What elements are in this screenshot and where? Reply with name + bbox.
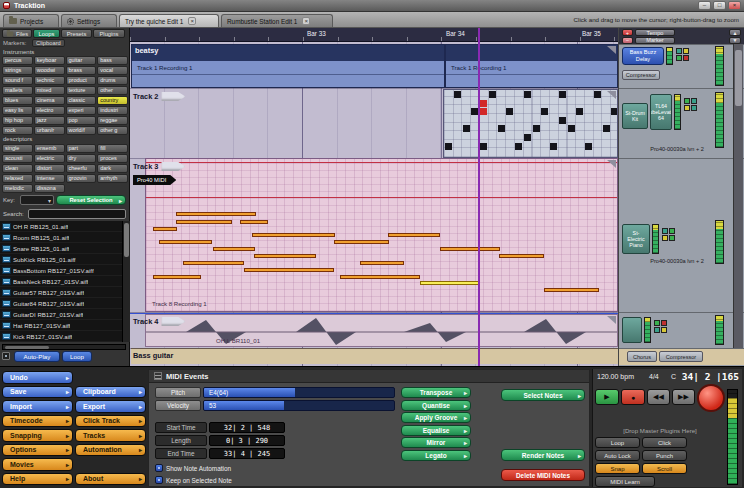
filter-tag-urban-r[interactable]: urban/r	[34, 126, 65, 135]
action-about[interactable]: About	[75, 473, 146, 486]
audio-clip[interactable]: Track 1 Recording 1	[445, 44, 618, 88]
midi-device-tag[interactable]: Pro40 MIDI	[133, 175, 176, 185]
filter-tag-proces[interactable]: proces	[97, 154, 128, 163]
filter-tag-texture[interactable]: texture	[66, 86, 97, 95]
forward-button[interactable]: ▶▶	[672, 389, 695, 405]
midi-note[interactable]	[499, 254, 544, 258]
plugin-st-drum-kit[interactable]: St-Drum Kit	[622, 103, 648, 129]
midi-note[interactable]	[254, 254, 316, 258]
close-button[interactable]: ×	[728, 1, 741, 10]
legato-button[interactable]: Legato	[401, 450, 471, 461]
filter-tag-mallets[interactable]: mallets	[2, 86, 33, 95]
file-item-oh-r-rb125-01-aiff[interactable]: OH R RB125_01.aiff	[0, 221, 122, 232]
audio-clip[interactable]: Track 1 Recording 1	[131, 44, 445, 88]
mirror-button[interactable]: Mirror	[401, 437, 471, 448]
filter-tag-rock[interactable]: rock	[2, 126, 33, 135]
filter-tag-strings[interactable]: strings	[2, 66, 33, 75]
midi-note[interactable]	[544, 288, 599, 292]
panel-scrollbar[interactable]	[733, 44, 743, 348]
action-timecode[interactable]: Timecode	[2, 415, 73, 428]
clip-fold-icon[interactable]	[607, 46, 616, 54]
punch-button[interactable]: Punch	[642, 450, 687, 461]
action-snapping[interactable]: Snapping	[2, 429, 73, 442]
clipboard-button[interactable]: Clipboard	[32, 39, 65, 47]
filter-tag-other-g[interactable]: other g	[97, 126, 128, 135]
filter-tag-brass[interactable]: brass	[66, 66, 97, 75]
snap-button[interactable]: Snap	[595, 463, 640, 474]
filter-tag-classic[interactable]: classic	[66, 96, 97, 105]
filter-tag-arrhyth[interactable]: arrhyth	[97, 174, 128, 183]
file-item-guitardi-rb127-01sv-aiff[interactable]: GuitarDI RB127_01SV.aiff	[0, 309, 122, 320]
plugin-compressor[interactable]: Compressor	[622, 70, 660, 80]
filter-tag-electric[interactable]: electric	[34, 154, 65, 163]
file-list-scrollbar[interactable]	[122, 221, 130, 342]
midi-note[interactable]	[388, 233, 440, 237]
scroll-down-icon[interactable]: ▼	[729, 37, 741, 44]
midi-note[interactable]	[159, 240, 213, 244]
maximize-button[interactable]: □	[713, 1, 726, 10]
plugin-st-electric-piano[interactable]: St-Electric Piano	[622, 224, 650, 254]
track-name-beatsy[interactable]: beatsy	[135, 46, 158, 55]
midi-note[interactable]	[240, 220, 268, 224]
clip-fold-icon[interactable]	[607, 91, 616, 99]
filter-tag-distort[interactable]: distort	[34, 164, 65, 173]
add-button[interactable]: +	[622, 29, 633, 36]
file-item-hat-rb127-01sv-aiff[interactable]: Hat RB127_01SV.aiff	[0, 320, 122, 331]
timeline-ruler[interactable]: Bar 33 Bar 34 Bar 35	[130, 28, 618, 42]
drum-cell[interactable]	[576, 108, 583, 115]
filter-tag-country[interactable]: country	[97, 96, 128, 105]
drum-cell-selected[interactable]	[480, 108, 487, 115]
drum-cell[interactable]	[559, 117, 566, 124]
drum-cell[interactable]	[445, 143, 452, 150]
key-display[interactable]: C	[671, 373, 676, 380]
reset-selection-button[interactable]: Reset Selection	[56, 195, 126, 205]
track-name-bass[interactable]: Bass guitar	[133, 351, 173, 360]
track-name-track3[interactable]: Track 3	[133, 162, 185, 171]
drum-cell-selected[interactable]	[480, 100, 487, 107]
drum-cell[interactable]	[559, 91, 566, 98]
equalise-button[interactable]: Equalise	[401, 425, 471, 436]
select-notes-button[interactable]: Select Notes	[501, 389, 585, 401]
tab-projects[interactable]: Projects	[3, 14, 59, 27]
filter-tag-keyboar[interactable]: keyboar	[34, 56, 65, 65]
filter-tag-drums[interactable]: drums	[97, 76, 128, 85]
filter-tag-product[interactable]: product	[66, 76, 97, 85]
browser-tab-loops[interactable]: Loops	[33, 29, 60, 38]
drum-cell[interactable]	[498, 125, 505, 132]
file-item-bassneck-rb127-01sv-aiff[interactable]: BassNeck RB127_01SV.aiff	[0, 276, 122, 287]
delete-midi-notes-button[interactable]: Delete MIDI Notes	[501, 469, 585, 481]
remove-button[interactable]: −	[622, 37, 633, 44]
filter-tag-dry[interactable]: dry	[66, 154, 97, 163]
file-item-guitar84-rb127-01sv-aiff[interactable]: Guitar84 RB127_01SV.aiff	[0, 298, 122, 309]
filter-tag-guitar[interactable]: guitar	[66, 56, 97, 65]
filter-tag-other[interactable]: other	[97, 86, 128, 95]
midi-note-selected[interactable]	[420, 281, 479, 285]
scrollbar-thumb[interactable]	[5, 346, 49, 349]
filter-tag-clean[interactable]: clean	[2, 164, 33, 173]
click-button[interactable]: Click	[642, 437, 687, 448]
drum-cell[interactable]	[550, 143, 557, 150]
action-click-track[interactable]: Click Track	[75, 415, 146, 428]
plugin-compressor-master[interactable]: Compressor	[659, 351, 703, 362]
close-tab-icon[interactable]: ×	[188, 17, 196, 25]
action-movies[interactable]: Movies	[2, 458, 73, 471]
options-checkbox[interactable]	[2, 352, 10, 360]
file-item-snare-rb125-01-aiff[interactable]: Snare RB125_01.aiff	[0, 243, 122, 254]
audio-wave-clip[interactable]: OH L BR110_01	[145, 314, 618, 347]
browser-tab-files[interactable]: Files	[2, 29, 32, 38]
marker-button[interactable]: Marker	[635, 37, 675, 44]
filter-tag-groovin[interactable]: groovin	[66, 174, 97, 183]
play-button[interactable]: ▶	[595, 389, 619, 405]
browser-tab-plugins[interactable]: Plugins	[93, 29, 125, 38]
file-item-bassbottom-rb127-01sv-aiff[interactable]: BassBottom RB127_01SV.aiff	[0, 265, 122, 276]
filter-tag-cheerfu[interactable]: cheerfu	[66, 164, 97, 173]
track-name-track4[interactable]: Track 4	[133, 317, 185, 326]
rewind-button[interactable]: ◀◀	[647, 389, 670, 405]
midi-piano-roll-clip[interactable]: Track 8 Recording 1	[145, 158, 618, 312]
filter-tag-acousti[interactable]: acousti	[2, 154, 33, 163]
filter-tag-mixed[interactable]: mixed	[34, 86, 65, 95]
tempo-button[interactable]: Tempo	[635, 29, 675, 36]
filter-tag-relaxed[interactable]: relaxed	[2, 174, 33, 183]
drum-cell[interactable]	[541, 108, 548, 115]
stop-button[interactable]: ●	[621, 389, 645, 405]
